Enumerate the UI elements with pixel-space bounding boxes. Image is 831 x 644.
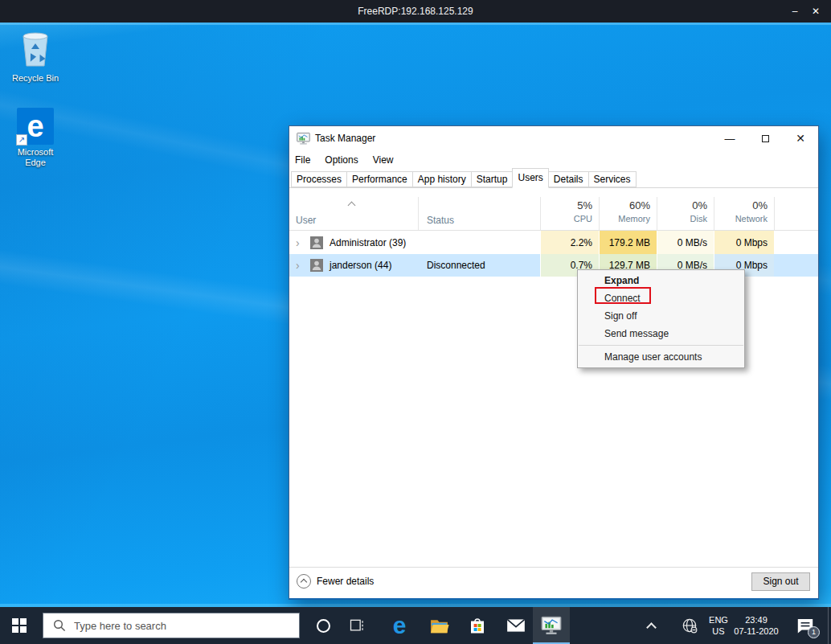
edge-label-line2: Edge (4, 158, 67, 168)
column-header-cpu[interactable]: 5% CPU (540, 197, 599, 231)
disk-total-pct: 0% (657, 199, 707, 211)
tray-clock[interactable]: 23:49 07-11-2020 (725, 607, 788, 644)
start-button[interactable] (0, 607, 39, 644)
microsoft-store-icon (468, 616, 487, 635)
cortana-button[interactable] (305, 607, 341, 644)
user-status: Disconnected (427, 254, 485, 277)
cpu-value: 2.2% (540, 231, 599, 254)
desktop-icon-recycle-bin[interactable]: Recycle Bin (4, 27, 67, 84)
maximize-icon (762, 135, 769, 142)
tab-app-history[interactable]: App history (412, 171, 472, 187)
taskbar-task-manager-button[interactable] (533, 607, 570, 644)
recycle-bin-label: Recycle Bin (4, 73, 67, 84)
context-menu-sign-off[interactable]: Sign off (578, 307, 744, 325)
desktop: Recycle Bin e ↗ Microsoft Edge (0, 23, 831, 607)
globe-network-icon (681, 617, 698, 634)
collapse-chevron-icon (297, 574, 311, 589)
user-name: Administrator (39) (330, 231, 406, 254)
edge-icon: e (393, 612, 407, 639)
user-context-menu: Expand Connect Sign off Send message Man… (577, 269, 745, 368)
taskbar: e (0, 607, 831, 644)
task-manager-titlebar: Task Manager — ✕ (289, 126, 818, 150)
menu-options[interactable]: Options (325, 154, 365, 166)
tray-network-button[interactable] (675, 607, 704, 644)
freerdp-minimize-button[interactable]: – (784, 6, 805, 17)
taskbar-store-button[interactable] (460, 607, 495, 644)
task-manager-maximize-button[interactable] (747, 126, 783, 150)
column-header-status[interactable]: Status (427, 215, 454, 226)
column-header-memory[interactable]: 60% Memory (599, 197, 657, 231)
tray-show-hidden-icons-button[interactable] (635, 607, 667, 644)
column-header-user[interactable]: User (296, 215, 316, 226)
fewer-details-toggle[interactable]: Fewer details (297, 574, 374, 589)
tab-startup[interactable]: Startup (471, 171, 514, 187)
task-manager-close-button[interactable]: ✕ (783, 126, 818, 150)
task-view-icon (349, 617, 365, 634)
expand-chevron-icon[interactable]: › (296, 231, 300, 254)
cpu-total-pct: 5% (540, 199, 592, 211)
task-manager-tabbar: Processes Performance App history Startu… (289, 170, 818, 188)
context-menu-expand[interactable]: Expand (578, 272, 744, 289)
task-manager-minimize-button[interactable]: — (712, 126, 747, 150)
header-divider (774, 197, 775, 230)
context-menu-manage-user-accounts[interactable]: Manage user accounts (578, 348, 744, 366)
task-manager-app-icon (297, 132, 310, 146)
menu-file[interactable]: File (295, 154, 317, 166)
edge-label-line1: Microsoft (4, 147, 67, 158)
cortana-icon (317, 619, 330, 633)
column-header-disk[interactable]: 0% Disk (657, 197, 714, 231)
sign-out-button[interactable]: Sign out (751, 572, 810, 591)
context-menu-separator (579, 345, 743, 346)
context-menu-send-message[interactable]: Send message (578, 325, 744, 343)
column-header-network[interactable]: 0% Network (714, 197, 774, 231)
taskbar-file-explorer-button[interactable] (421, 607, 456, 644)
disk-value: 0 MB/s (657, 231, 714, 254)
task-manager-window-controls: — ✕ (712, 126, 818, 150)
cpu-label: CPU (540, 214, 592, 224)
tab-performance[interactable]: Performance (346, 171, 413, 187)
language-region: US (712, 626, 724, 637)
disk-label: Disk (657, 214, 707, 224)
user-name: janderson (44) (330, 254, 391, 277)
user-avatar-icon (310, 236, 323, 249)
tab-services[interactable]: Services (588, 171, 637, 187)
task-manager-title: Task Manager (315, 126, 375, 150)
task-view-button[interactable] (339, 607, 375, 644)
tab-users[interactable]: Users (512, 168, 548, 188)
sort-ascending-icon (349, 200, 356, 207)
chevron-up-icon (646, 622, 657, 633)
clock-time: 23:49 (745, 614, 768, 626)
shortcut-arrow-icon: ↗ (16, 134, 27, 146)
notification-count-badge: 1 (808, 626, 820, 638)
freerdp-close-button[interactable]: ✕ (805, 6, 826, 17)
tab-details[interactable]: Details (548, 171, 589, 187)
windows-logo-icon (12, 618, 27, 633)
context-menu-connect[interactable]: Connect (578, 289, 744, 307)
user-row-administrator[interactable]: › Administrator (39) 2.2% 179.2 MB 0 MB/… (289, 231, 818, 254)
freerdp-titlebar: FreeRDP:192.168.125.129 – ✕ (0, 0, 831, 23)
freerdp-title: FreeRDP:192.168.125.129 (358, 6, 473, 17)
footer-separator (289, 567, 818, 568)
taskbar-mail-button[interactable] (498, 607, 534, 644)
taskbar-search-box[interactable] (43, 613, 300, 638)
file-explorer-icon (429, 616, 449, 636)
tab-processes[interactable]: Processes (291, 171, 347, 187)
freerdp-window: FreeRDP:192.168.125.129 – ✕ Recycle Bin (0, 0, 831, 644)
show-desktop-divider (828, 607, 829, 644)
action-center-button[interactable]: 1 (788, 607, 823, 644)
expand-chevron-icon[interactable]: › (296, 254, 300, 277)
desktop-icon-microsoft-edge[interactable]: e ↗ Microsoft Edge (4, 108, 67, 168)
user-avatar-icon (310, 259, 323, 272)
search-icon (53, 619, 66, 632)
search-input[interactable] (74, 620, 299, 632)
network-value: 0 Mbps (714, 231, 774, 254)
edge-tile-icon: e ↗ (17, 108, 54, 145)
menu-view[interactable]: View (373, 154, 401, 166)
fewer-details-label: Fewer details (317, 576, 374, 587)
freerdp-window-controls: – ✕ (784, 0, 826, 23)
edge-label: Microsoft Edge (4, 147, 67, 168)
task-manager-icon (541, 615, 562, 636)
network-total-pct: 0% (714, 199, 768, 211)
taskbar-edge-button[interactable]: e (382, 607, 417, 644)
network-label: Network (714, 214, 768, 224)
